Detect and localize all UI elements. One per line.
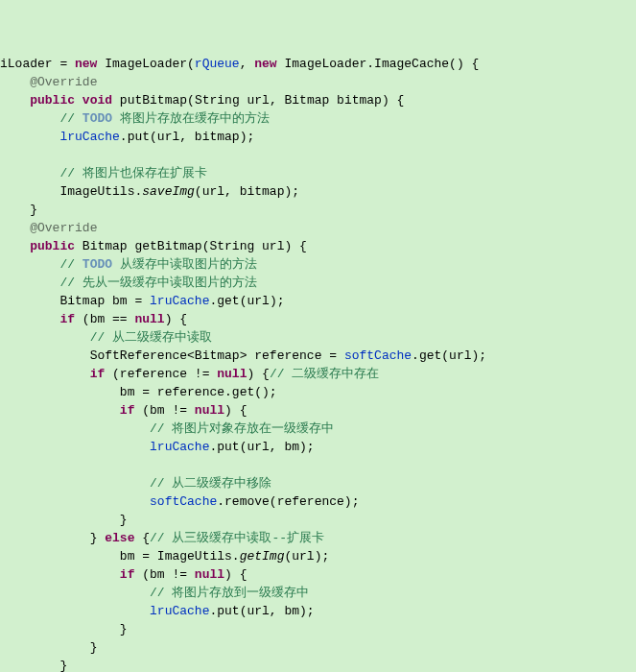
code-line[interactable]: } — [0, 657, 636, 672]
code-token: null — [134, 312, 164, 326]
code-line[interactable]: // 从二级缓存中读取 — [0, 328, 636, 347]
code-token: ) { — [224, 403, 247, 418]
code-token: , — [240, 57, 255, 71]
code-token: lruCache — [150, 440, 209, 454]
code-token: null — [195, 567, 224, 582]
code-line[interactable]: } else {// 从三级缓存中读取--扩展卡 — [0, 529, 636, 547]
code-token: public — [30, 239, 75, 253]
code-token: (bm == — [75, 312, 134, 326]
code-line[interactable]: // 先从一级缓存中读取图片的方法 — [0, 274, 636, 292]
code-token: getImg — [240, 549, 285, 564]
code-token: // 从三级缓存中读取--扩展卡 — [150, 531, 324, 545]
code-line[interactable]: lruCache.put(url, bm); — [0, 438, 636, 456]
code-token: 将图片存放在缓存中的方法 — [112, 111, 270, 126]
code-line[interactable]: lruCache.put(url, bitmap); — [0, 128, 636, 146]
code-token: softCache — [344, 348, 412, 363]
code-token: (reference != — [105, 367, 217, 381]
code-token: .get(url); — [412, 348, 486, 363]
code-line[interactable]: ImageUtils.saveImg(url, bitmap); — [0, 182, 636, 201]
code-token: if — [120, 567, 135, 582]
code-token: saveImg — [142, 184, 195, 199]
code-token: .put(url, bm); — [209, 604, 314, 618]
code-line[interactable]: // 将图片存放到一级缓存中 — [0, 584, 636, 602]
code-token: } — [90, 531, 106, 545]
code-token: } — [30, 203, 37, 217]
code-line[interactable]: bm = reference.get(); — [0, 383, 636, 401]
code-token: ) { — [224, 567, 247, 582]
code-line[interactable]: } — [0, 201, 636, 219]
code-token: } — [120, 622, 128, 636]
code-token: 从缓存中读取图片的方法 — [112, 257, 257, 272]
code-token: softCache — [150, 494, 217, 509]
code-line[interactable]: } — [0, 638, 636, 657]
code-token: { — [134, 531, 150, 545]
code-token: // 将图片存放到一级缓存中 — [150, 586, 309, 600]
code-token: if — [90, 367, 106, 381]
code-token: // 二级缓存中存在 — [270, 367, 379, 381]
code-token: } — [59, 659, 67, 672]
code-token: } — [120, 513, 128, 527]
code-line[interactable]: if (reference != null) {// 二级缓存中存在 — [0, 365, 636, 383]
code-line[interactable]: @Override — [0, 219, 636, 237]
code-token: ImageUtils. — [59, 184, 142, 199]
code-line[interactable]: if (bm != null) { — [0, 401, 636, 420]
code-line[interactable]: } — [0, 511, 636, 529]
code-token: null — [195, 403, 224, 418]
code-token: (bm != — [134, 567, 194, 582]
code-line[interactable]: public Bitmap getBitmap(String url) { — [0, 237, 636, 255]
code-line[interactable] — [0, 456, 636, 474]
code-token: @Override — [30, 75, 97, 89]
code-token: bm = reference.get(); — [120, 385, 277, 399]
code-token: new — [75, 57, 97, 71]
code-token: .remove(reference); — [217, 494, 359, 509]
code-token: TODO — [82, 111, 112, 126]
code-token: Bitmap getBitmap(String url) { — [75, 239, 307, 253]
code-line[interactable]: if (bm == null) { — [0, 310, 636, 328]
code-token: TODO — [82, 257, 112, 272]
code-token: // — [59, 257, 82, 272]
code-line[interactable]: // 将图片对象存放在一级缓存中 — [0, 420, 636, 438]
code-token: new — [254, 57, 276, 71]
code-token: (url); — [284, 549, 329, 564]
code-token: // 先从一级缓存中读取图片的方法 — [59, 276, 256, 290]
code-token: if — [59, 312, 75, 326]
code-editor[interactable]: iLoader = new ImageLoader(rQueue, new Im… — [0, 55, 636, 672]
code-token: // 将图片也保存在扩展卡 — [59, 166, 206, 180]
code-token: (url, bitmap); — [195, 184, 299, 199]
code-line[interactable]: @Override — [0, 73, 636, 91]
code-token — [75, 93, 82, 108]
code-line[interactable]: bm = ImageUtils.getImg(url); — [0, 547, 636, 565]
code-token: .get(url); — [209, 294, 284, 308]
code-token: (bm != — [134, 403, 194, 418]
code-token: public — [30, 93, 75, 108]
code-token: // 从二级缓存中移除 — [150, 476, 271, 491]
code-token: Bitmap bm = — [59, 294, 150, 308]
code-line[interactable]: // 将图片也保存在扩展卡 — [0, 164, 636, 182]
code-line[interactable]: iLoader = new ImageLoader(rQueue, new Im… — [0, 55, 636, 73]
code-token: // 从二级缓存中读取 — [90, 330, 212, 345]
code-token: lruCache — [59, 130, 119, 144]
code-line[interactable] — [0, 146, 636, 164]
code-line[interactable]: // TODO 将图片存放在缓存中的方法 — [0, 109, 636, 128]
code-line[interactable]: lruCache.put(url, bm); — [0, 602, 636, 620]
code-line[interactable]: // TODO 从缓存中读取图片的方法 — [0, 255, 636, 274]
code-line[interactable]: SoftReference<Bitmap> reference = softCa… — [0, 347, 636, 365]
code-token: .put(url, bm); — [209, 440, 314, 454]
code-token: if — [120, 403, 135, 418]
code-token: .put(url, bitmap); — [120, 130, 254, 144]
code-token: rQueue — [195, 57, 240, 71]
code-token: // — [59, 111, 82, 126]
code-token: bm = ImageUtils. — [120, 549, 240, 564]
code-token: else — [105, 531, 134, 545]
code-token: // 将图片对象存放在一级缓存中 — [150, 421, 334, 436]
code-line[interactable]: if (bm != null) { — [0, 565, 636, 584]
code-token: } — [90, 640, 98, 655]
code-line[interactable]: // 从二级缓存中移除 — [0, 474, 636, 492]
code-token: ) { — [165, 312, 187, 326]
code-token: putBitmap(String url, Bitmap bitmap) { — [112, 93, 404, 108]
code-token: ) { — [247, 367, 269, 381]
code-line[interactable]: softCache.remove(reference); — [0, 492, 636, 511]
code-line[interactable]: Bitmap bm = lruCache.get(url); — [0, 292, 636, 310]
code-line[interactable]: public void putBitmap(String url, Bitmap… — [0, 91, 636, 109]
code-line[interactable]: } — [0, 620, 636, 638]
